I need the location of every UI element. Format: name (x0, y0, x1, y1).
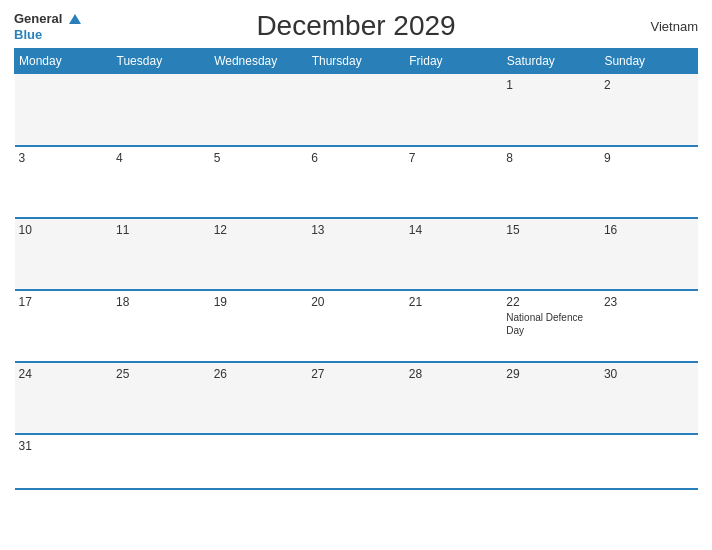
table-row (112, 74, 210, 146)
day-number: 15 (506, 223, 596, 237)
day-number: 24 (19, 367, 109, 381)
month-title: December 2029 (256, 10, 455, 42)
table-row: 9 (600, 146, 698, 218)
logo-general-text: General (14, 11, 62, 26)
day-number: 6 (311, 151, 401, 165)
col-monday: Monday (15, 49, 113, 74)
week-row-3: 10111213141516 (15, 218, 698, 290)
table-row: 14 (405, 218, 503, 290)
table-row (307, 74, 405, 146)
day-number: 21 (409, 295, 499, 309)
table-row: 27 (307, 362, 405, 434)
table-row: 16 (600, 218, 698, 290)
header-row: Monday Tuesday Wednesday Thursday Friday… (15, 49, 698, 74)
table-row (307, 434, 405, 489)
table-row: 5 (210, 146, 308, 218)
table-row (405, 434, 503, 489)
calendar-page: General Blue December 2029 Vietnam Monda… (0, 0, 712, 550)
day-number: 29 (506, 367, 596, 381)
table-row (210, 74, 308, 146)
calendar-table: Monday Tuesday Wednesday Thursday Friday… (14, 48, 698, 490)
table-row: 20 (307, 290, 405, 362)
table-row: 31 (15, 434, 113, 489)
logo-line1: General (14, 10, 81, 26)
table-row: 6 (307, 146, 405, 218)
day-number: 26 (214, 367, 304, 381)
table-row: 12 (210, 218, 308, 290)
day-number: 20 (311, 295, 401, 309)
week-row-5: 24252627282930 (15, 362, 698, 434)
day-number: 25 (116, 367, 206, 381)
table-row: 7 (405, 146, 503, 218)
day-number: 27 (311, 367, 401, 381)
table-row: 25 (112, 362, 210, 434)
table-row: 23 (600, 290, 698, 362)
col-friday: Friday (405, 49, 503, 74)
day-number: 18 (116, 295, 206, 309)
day-number: 3 (19, 151, 109, 165)
table-row: 10 (15, 218, 113, 290)
day-number: 17 (19, 295, 109, 309)
day-event: National Defence Day (506, 311, 596, 337)
logo: General Blue (14, 10, 81, 42)
table-row: 18 (112, 290, 210, 362)
day-number: 14 (409, 223, 499, 237)
col-tuesday: Tuesday (112, 49, 210, 74)
table-row: 13 (307, 218, 405, 290)
day-number: 30 (604, 367, 694, 381)
col-wednesday: Wednesday (210, 49, 308, 74)
week-row-2: 3456789 (15, 146, 698, 218)
day-number: 31 (19, 439, 109, 453)
table-row: 28 (405, 362, 503, 434)
day-number: 11 (116, 223, 206, 237)
table-row: 26 (210, 362, 308, 434)
table-row: 30 (600, 362, 698, 434)
day-number: 16 (604, 223, 694, 237)
table-row: 29 (502, 362, 600, 434)
day-number: 23 (604, 295, 694, 309)
logo-triangle-icon (69, 14, 81, 24)
day-number: 1 (506, 78, 596, 92)
day-number: 28 (409, 367, 499, 381)
day-number: 4 (116, 151, 206, 165)
header: General Blue December 2029 Vietnam (14, 10, 698, 42)
logo-blue-text: Blue (14, 27, 42, 42)
day-number: 9 (604, 151, 694, 165)
week-row-6: 31 (15, 434, 698, 489)
col-thursday: Thursday (307, 49, 405, 74)
table-row: 19 (210, 290, 308, 362)
day-number: 7 (409, 151, 499, 165)
country-label: Vietnam (651, 19, 698, 34)
table-row (112, 434, 210, 489)
day-number: 12 (214, 223, 304, 237)
table-row: 22National Defence Day (502, 290, 600, 362)
week-row-4: 171819202122National Defence Day23 (15, 290, 698, 362)
table-row (600, 434, 698, 489)
table-row (15, 74, 113, 146)
table-row (405, 74, 503, 146)
day-number: 13 (311, 223, 401, 237)
table-row (502, 434, 600, 489)
table-row (210, 434, 308, 489)
day-number: 10 (19, 223, 109, 237)
col-saturday: Saturday (502, 49, 600, 74)
week-row-1: 12 (15, 74, 698, 146)
logo-line2: Blue (14, 26, 81, 42)
table-row: 24 (15, 362, 113, 434)
day-number: 5 (214, 151, 304, 165)
table-row: 2 (600, 74, 698, 146)
col-sunday: Sunday (600, 49, 698, 74)
day-number: 22 (506, 295, 596, 309)
table-row: 3 (15, 146, 113, 218)
day-number: 8 (506, 151, 596, 165)
table-row: 17 (15, 290, 113, 362)
table-row: 21 (405, 290, 503, 362)
table-row: 4 (112, 146, 210, 218)
day-number: 19 (214, 295, 304, 309)
table-row: 11 (112, 218, 210, 290)
table-row: 1 (502, 74, 600, 146)
day-number: 2 (604, 78, 694, 92)
table-row: 15 (502, 218, 600, 290)
table-row: 8 (502, 146, 600, 218)
